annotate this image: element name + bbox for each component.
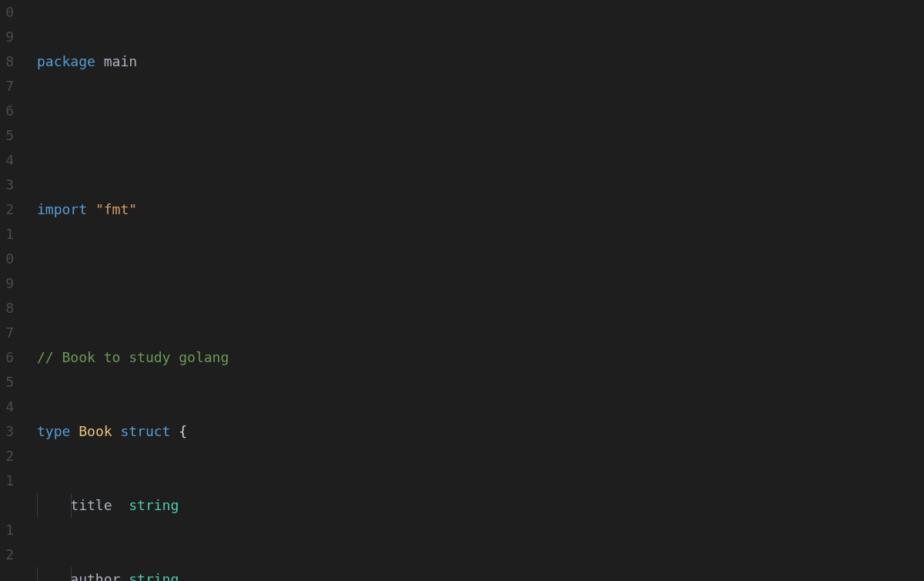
identifier-main: main (104, 53, 137, 69)
line-number: 4 (0, 395, 15, 419)
line-number (0, 493, 15, 518)
line-number: 3 (0, 173, 15, 197)
indent-guide (37, 567, 38, 581)
line-number: 0 (0, 0, 15, 25)
line-number: 1 (0, 518, 15, 542)
code-line[interactable]: type Book struct { (37, 419, 924, 444)
line-number: 7 (0, 74, 15, 99)
comment: // Book to study golang (37, 349, 229, 365)
line-number: 1 (0, 468, 15, 493)
keyword-import: import (37, 201, 87, 217)
type-string: string (129, 571, 179, 581)
code-editor[interactable]: 0 9 8 7 6 5 4 3 2 1 0 9 8 7 6 5 4 3 2 1 … (0, 0, 924, 581)
type-name-book: Book (79, 423, 112, 439)
line-number: 6 (0, 99, 15, 123)
code-line[interactable]: author string (37, 567, 924, 581)
code-line[interactable]: // Book to study golang (37, 345, 924, 370)
code-line[interactable]: title string (37, 493, 924, 518)
line-number: 5 (0, 370, 15, 395)
keyword-package: package (37, 53, 95, 69)
brace-open: { (179, 423, 187, 439)
line-number: 2 (0, 444, 15, 468)
line-number: 6 (0, 345, 15, 370)
line-number: 5 (0, 123, 15, 148)
line-number: 2 (0, 197, 15, 222)
code-line[interactable]: package main (37, 49, 924, 74)
code-line[interactable] (37, 271, 924, 296)
indent-guide (71, 567, 72, 581)
indent-guide (37, 493, 38, 518)
line-number: 8 (0, 296, 15, 321)
code-area[interactable]: package main import "fmt" // Book to stu… (15, 0, 924, 581)
line-number: 1 (0, 222, 15, 247)
field-author: author (70, 571, 120, 581)
line-number: 3 (0, 419, 15, 444)
string-literal: "fmt" (95, 201, 137, 217)
type-string: string (129, 497, 179, 513)
line-number: 4 (0, 148, 15, 173)
keyword-struct: struct (120, 423, 170, 439)
line-number: 0 (0, 247, 15, 271)
field-title: title (70, 497, 112, 513)
line-number: 7 (0, 321, 15, 345)
line-number: 2 (0, 542, 15, 567)
line-number: 9 (0, 25, 15, 49)
indent-guide (71, 493, 72, 518)
code-line[interactable] (37, 123, 924, 148)
keyword-type: type (37, 423, 70, 439)
code-line[interactable]: import "fmt" (37, 197, 924, 222)
line-number: 8 (0, 49, 15, 74)
line-number: 9 (0, 271, 15, 296)
line-number-gutter: 0 9 8 7 6 5 4 3 2 1 0 9 8 7 6 5 4 3 2 1 … (0, 0, 15, 581)
